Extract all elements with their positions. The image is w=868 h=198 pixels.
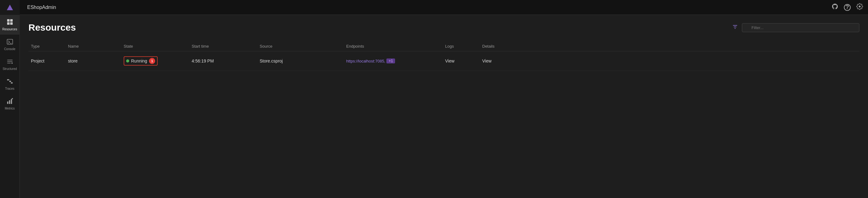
col-endpoints: Endpoints bbox=[344, 44, 443, 49]
col-starttime: Start time bbox=[189, 44, 257, 49]
cell-logs[interactable]: View bbox=[443, 58, 480, 63]
cell-name: store bbox=[65, 58, 121, 63]
cell-starttime: 4:56:19 PM bbox=[189, 58, 257, 63]
resources-icon bbox=[6, 19, 13, 26]
sidebar: Resources Console Structured bbox=[0, 0, 20, 198]
state-dot bbox=[126, 59, 129, 62]
filter-input[interactable] bbox=[742, 23, 859, 32]
sidebar-console-label: Console bbox=[4, 47, 16, 51]
logo-bar bbox=[0, 0, 20, 15]
svg-rect-3 bbox=[10, 22, 13, 25]
sidebar-item-traces[interactable]: Traces bbox=[0, 74, 20, 94]
details-view-link[interactable]: View bbox=[482, 58, 492, 63]
page-title: Resources bbox=[28, 22, 76, 33]
col-name: Name bbox=[65, 44, 121, 49]
sidebar-item-metrics[interactable]: Metrics bbox=[0, 94, 20, 114]
svg-rect-6 bbox=[7, 79, 9, 80]
col-details: Details bbox=[480, 44, 517, 49]
svg-point-13 bbox=[859, 6, 861, 7]
svg-rect-4 bbox=[7, 39, 13, 44]
sidebar-traces-label: Traces bbox=[5, 87, 14, 90]
header-actions bbox=[732, 23, 859, 32]
svg-rect-11 bbox=[11, 99, 12, 104]
settings-icon[interactable] bbox=[856, 3, 863, 11]
cell-state: Running 1 bbox=[121, 56, 189, 65]
page-header: Resources bbox=[28, 22, 859, 33]
cell-details[interactable]: View bbox=[480, 58, 517, 63]
svg-point-5 bbox=[11, 62, 13, 64]
console-icon bbox=[6, 38, 13, 46]
svg-rect-9 bbox=[7, 102, 8, 104]
table-row: Project store Running 1 4:56:19 PM Store… bbox=[28, 51, 859, 71]
logs-view-link[interactable]: View bbox=[445, 58, 455, 63]
svg-rect-2 bbox=[7, 22, 9, 25]
logo-triangle-top bbox=[7, 5, 13, 10]
col-logs: Logs bbox=[443, 44, 480, 49]
topbar-actions: ? bbox=[832, 3, 863, 11]
traces-icon bbox=[6, 78, 13, 86]
filter-wrapper bbox=[742, 23, 859, 32]
help-icon[interactable]: ? bbox=[844, 4, 851, 11]
endpoint-extra-badge: +1 bbox=[386, 58, 395, 63]
github-icon[interactable] bbox=[832, 3, 838, 11]
sidebar-item-structured[interactable]: Structured bbox=[0, 54, 20, 74]
col-source: Source bbox=[257, 44, 344, 49]
structured-icon bbox=[6, 58, 13, 66]
sidebar-item-console[interactable]: Console bbox=[0, 35, 20, 54]
endpoint-link[interactable]: https://localhost:7085, bbox=[346, 59, 385, 63]
resources-table: Type Name State Start time Source Endpoi… bbox=[28, 41, 859, 71]
app-title: EShopAdmin bbox=[27, 5, 56, 10]
svg-rect-10 bbox=[9, 100, 10, 104]
cell-type: Project bbox=[28, 58, 65, 63]
main-content: Resources Type Name State Sta bbox=[20, 15, 868, 198]
cell-source: Store.csproj bbox=[257, 58, 344, 63]
sidebar-structured-label: Structured bbox=[2, 67, 17, 70]
col-type: Type bbox=[28, 44, 65, 49]
filter-icon[interactable] bbox=[732, 24, 738, 32]
svg-rect-0 bbox=[7, 19, 9, 22]
topbar: EShopAdmin ? bbox=[20, 0, 868, 15]
state-badge-container: Running 1 bbox=[124, 56, 158, 65]
state-count-badge: 1 bbox=[149, 58, 155, 64]
sidebar-metrics-label: Metrics bbox=[5, 107, 14, 110]
sidebar-resources-label: Resources bbox=[2, 28, 17, 31]
table-header: Type Name State Start time Source Endpoi… bbox=[28, 41, 859, 51]
svg-rect-1 bbox=[10, 19, 13, 22]
state-text: Running bbox=[131, 58, 147, 63]
metrics-icon bbox=[6, 98, 13, 106]
sidebar-item-resources[interactable]: Resources bbox=[0, 15, 20, 35]
svg-point-12 bbox=[12, 98, 13, 99]
col-state: State bbox=[121, 44, 189, 49]
cell-endpoints: https://localhost:7085, +1 bbox=[344, 58, 443, 63]
